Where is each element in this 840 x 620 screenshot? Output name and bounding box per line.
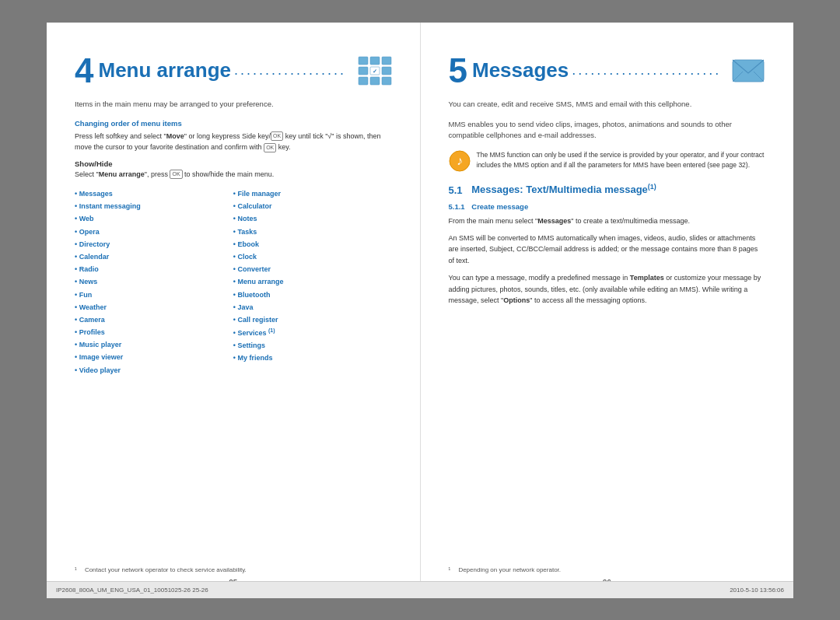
- chapter-heading-5: 5 Messages ........................: [449, 54, 766, 88]
- bottom-bar-left: IP2608_800A_UM_ENG_USA_01_10051025-26 25…: [56, 587, 208, 594]
- menu-item-call-register: Call register: [233, 314, 392, 326]
- menu-item-clock: Clock: [233, 250, 392, 263]
- footnote-right-text: ¹ Depending on your network operator.: [449, 566, 562, 573]
- footnote-left-text: ¹ Contact your network operator to check…: [75, 566, 247, 573]
- menu-item-file-manager: File manager: [233, 187, 392, 200]
- body-text-5-1-1-2: An SMS will be converted to MMS automati…: [449, 233, 766, 266]
- svg-rect-2: [382, 57, 391, 65]
- section-5-1-title: Messages: Text/Multimedia message: [471, 184, 648, 196]
- menu-item-profiles: Profiles: [75, 326, 233, 338]
- show-hide-heading: Show/Hide: [75, 159, 392, 168]
- intro-text-5-1: You can create, edit and receive SMS, MM…: [449, 99, 766, 110]
- note-box: ♪ The MMS function can only be used if t…: [449, 150, 766, 172]
- menu-item-web: Web: [75, 212, 233, 225]
- svg-rect-10: [733, 60, 764, 82]
- section-5-1-1-number: 5.1.1: [449, 202, 465, 211]
- intro-text-4: Items in the main menu may be arranged t…: [75, 99, 392, 110]
- svg-rect-5: [382, 67, 391, 75]
- body-text-changing-order: Press left softkey and select "Move" or …: [75, 131, 392, 153]
- menu-item-calendar: Calendar: [75, 250, 233, 263]
- svg-rect-3: [359, 67, 368, 75]
- note-text: The MMS function can only be used if the…: [477, 150, 766, 172]
- menu-item-directory: Directory: [75, 238, 233, 250]
- messages-icon: [731, 56, 765, 86]
- section-heading-changing-order: Changing order of menu items: [75, 119, 392, 128]
- menu-col-2: File manager Calculator Notes Tasks Eboo…: [233, 187, 392, 377]
- intro-text-5-2: MMS enables you to send video clips, ima…: [449, 119, 766, 142]
- body-text-5-1-1-1: From the main menu select "Messages" to …: [449, 215, 766, 226]
- svg-rect-8: [382, 77, 391, 85]
- menu-item-video-player: Video player: [75, 364, 233, 377]
- chapter-heading-4: 4 Menu arrange .................. ✓: [75, 54, 392, 88]
- section-5-1-heading: 5.1 Messages: Text/Multimedia message(1): [449, 183, 766, 195]
- menu-item-services: Services (1): [233, 326, 392, 339]
- section-5-1-1-title: Create message: [471, 202, 528, 211]
- svg-rect-0: [359, 57, 368, 65]
- page-left: 4 Menu arrange .................. ✓ Item…: [47, 23, 421, 598]
- footnote-right: ¹ Depending on your network operator.: [449, 566, 766, 574]
- bottom-bar: IP2608_800A_UM_ENG_USA_01_10051025-26 25…: [47, 581, 793, 598]
- menu-col-1: Messages Instant messaging Web Opera Dir…: [75, 187, 233, 377]
- menu-item-image-viewer: Image viewer: [75, 351, 233, 363]
- menu-arrange-icon: ✓: [358, 56, 392, 86]
- menu-item-ebook: Ebook: [233, 238, 392, 250]
- chapter-number-4: 4: [75, 54, 93, 88]
- menu-item-bluetooth: Bluetooth: [233, 289, 392, 301]
- show-hide-text: Select "Menu arrange", press OK to show/…: [75, 170, 392, 180]
- chapter-dots-5: ........................: [569, 62, 725, 79]
- section-5-1-sup: (1): [648, 183, 656, 191]
- menu-item-notes: Notes: [233, 212, 392, 225]
- section-5-1-number: 5.1: [449, 184, 463, 196]
- section-5-1: 5.1 Messages: Text/Multimedia message(1)…: [449, 183, 766, 306]
- menu-item-calculator: Calculator: [233, 200, 392, 212]
- menu-item-news: News: [75, 275, 233, 288]
- svg-text:✓: ✓: [373, 68, 377, 74]
- page-right: 5 Messages ........................ You …: [421, 23, 794, 598]
- bottom-bar-right: 2010-5-10 13:56:06: [730, 587, 784, 594]
- menu-item-settings: Settings: [233, 339, 392, 352]
- chapter-title-5: Messages: [472, 58, 569, 82]
- note-icon: ♪: [449, 150, 471, 172]
- menu-item-music-player: Music player: [75, 338, 233, 351]
- body-text-5-1-1-3: You can type a message, modify a predefi…: [449, 272, 766, 306]
- page-spread: 4 Menu arrange .................. ✓ Item…: [47, 23, 793, 598]
- menu-item-camera: Camera: [75, 314, 233, 326]
- menu-item-opera: Opera: [75, 226, 233, 238]
- chapter-dots-4: ..................: [231, 62, 352, 79]
- menu-item-radio: Radio: [75, 263, 233, 275]
- svg-rect-1: [370, 57, 380, 65]
- chapter-number-5: 5: [449, 54, 467, 88]
- menu-item-converter: Converter: [233, 263, 392, 275]
- menu-item-menu-arrange: Menu arrange: [233, 275, 392, 288]
- menu-item-instant-messaging: Instant messaging: [75, 200, 233, 212]
- menu-columns: Messages Instant messaging Web Opera Dir…: [75, 187, 392, 377]
- section-5-1-1-heading: 5.1.1 Create message: [449, 202, 766, 211]
- svg-rect-6: [359, 77, 368, 85]
- menu-item-java: Java: [233, 301, 392, 314]
- svg-text:♪: ♪: [457, 154, 463, 167]
- svg-rect-7: [370, 77, 380, 85]
- menu-item-fun: Fun: [75, 289, 233, 301]
- menu-item-weather: Weather: [75, 301, 233, 314]
- footnote-left: ¹ Contact your network operator to check…: [75, 566, 392, 574]
- menu-item-my-friends: My friends: [233, 352, 392, 364]
- chapter-title-4: Menu arrange: [98, 58, 231, 82]
- menu-item-messages: Messages: [75, 187, 233, 200]
- menu-item-tasks: Tasks: [233, 226, 392, 238]
